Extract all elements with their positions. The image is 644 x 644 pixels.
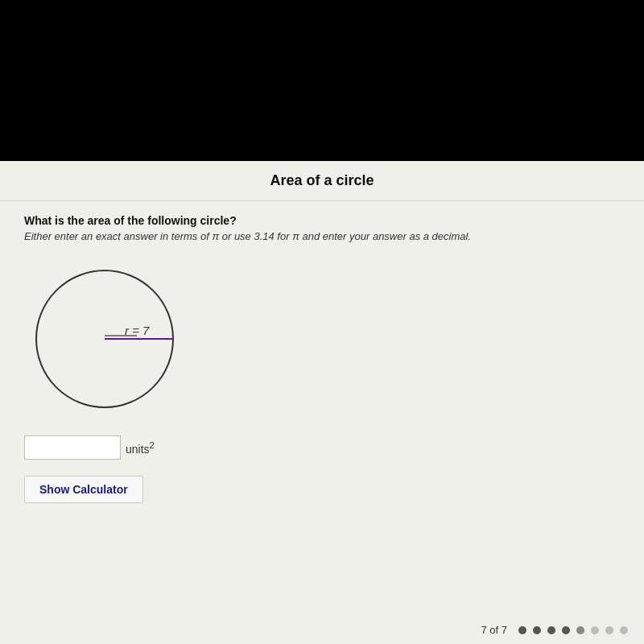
- title-bar: Area of a circle: [0, 161, 644, 201]
- pagination-dot-2: [533, 626, 541, 634]
- pagination-dot-5: [576, 626, 584, 634]
- main-content: Area of a circle What is the area of the…: [0, 161, 644, 644]
- page-title: Area of a circle: [270, 172, 374, 188]
- units-label: units2: [126, 440, 155, 456]
- answer-input[interactable]: [24, 436, 121, 460]
- circle-diagram: r = 7: [24, 258, 185, 419]
- pagination-dot-3: [547, 626, 555, 634]
- pagination-dot-8: [620, 626, 628, 634]
- pagination-area: 7 of 7: [0, 616, 644, 644]
- pagination-dot-1: [518, 626, 526, 634]
- question-label: What is the area of the following circle…: [24, 214, 620, 227]
- show-calculator-button[interactable]: Show Calculator: [24, 476, 143, 503]
- pagination-dot-4: [562, 626, 570, 634]
- top-black-bar: [0, 0, 644, 161]
- circle-container: r = 7: [0, 250, 644, 427]
- answer-area: units2: [0, 427, 644, 468]
- pagination-dot-6: [591, 626, 599, 634]
- pagination-dot-7: [605, 626, 613, 634]
- page-text: 7 of 7: [481, 624, 507, 636]
- question-area: What is the area of the following circle…: [0, 201, 644, 250]
- question-instruction: Either enter an exact answer in terms of…: [24, 230, 620, 242]
- button-area: Show Calculator: [0, 468, 644, 511]
